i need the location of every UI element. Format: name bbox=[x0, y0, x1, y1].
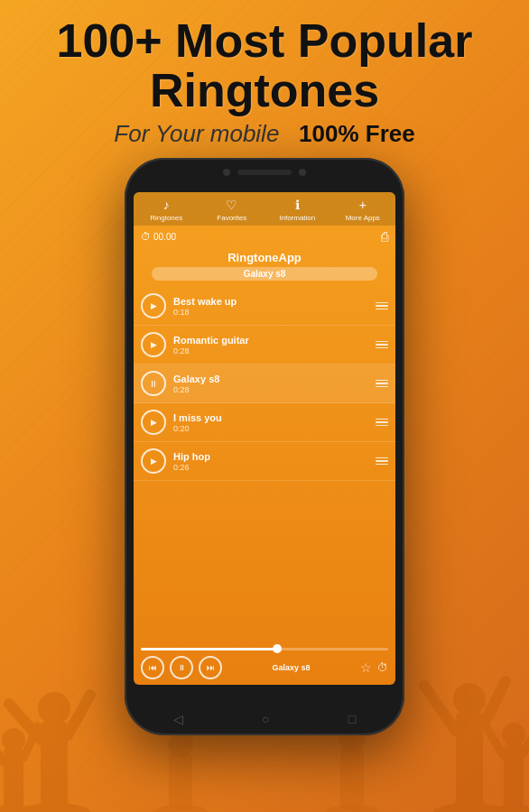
phone-frame: ♪ Ringtones ♡ Favorites ℹ Information + … bbox=[125, 158, 404, 735]
subline: For Your mobile 100% Free bbox=[0, 120, 529, 148]
status-bar: ⏱ 00.00 ⎙ bbox=[134, 226, 395, 247]
timer-display: ⏱ 00.00 bbox=[141, 231, 176, 242]
song-item-3[interactable]: ⏸ Galaxy s8 0:28 bbox=[134, 364, 395, 403]
timer-value: 00.00 bbox=[153, 232, 176, 242]
menu-line bbox=[376, 457, 388, 459]
app-title: RingtoneApp bbox=[134, 251, 395, 264]
song-name-3: Galaxy s8 bbox=[173, 374, 368, 384]
svg-rect-25 bbox=[169, 753, 192, 809]
svg-rect-28 bbox=[340, 749, 364, 809]
information-icon: ℹ bbox=[295, 198, 300, 212]
ringtones-icon: ♪ bbox=[163, 198, 170, 212]
menu-line bbox=[376, 341, 388, 343]
song-duration-5: 0:26 bbox=[173, 463, 368, 472]
pause-button-3[interactable]: ⏸ bbox=[141, 371, 166, 396]
song-duration-1: 0:18 bbox=[173, 308, 368, 317]
song-duration-3: 0:28 bbox=[173, 385, 368, 394]
song-info-1: Best wake up 0:18 bbox=[173, 296, 368, 317]
menu-icon-5[interactable] bbox=[376, 457, 388, 466]
timer-icon: ⏱ bbox=[141, 231, 151, 242]
song-name-4: I miss you bbox=[173, 412, 368, 423]
nav-label-information: Information bbox=[279, 214, 315, 222]
speaker-bar bbox=[237, 170, 292, 175]
play-button-2[interactable]: ▶ bbox=[141, 332, 166, 357]
song-info-5: Hip hop 0:26 bbox=[173, 451, 368, 472]
rewind-button[interactable]: ⏮ bbox=[141, 656, 164, 679]
nav-label-favorites: Favorites bbox=[217, 214, 246, 222]
sleep-timer-icon[interactable]: ⏱ bbox=[377, 661, 388, 674]
play-button-1[interactable]: ▶ bbox=[141, 293, 166, 318]
song-info-2: Romantic guitar 0:28 bbox=[173, 335, 368, 355]
menu-icon-2[interactable] bbox=[376, 341, 388, 349]
phone-bottom-nav: ◁ ○ □ bbox=[134, 712, 395, 726]
phone-container: ♪ Ringtones ♡ Favorites ℹ Information + … bbox=[125, 158, 404, 735]
menu-icon-3[interactable] bbox=[376, 380, 388, 388]
menu-line bbox=[376, 347, 388, 349]
nav-item-ringtones[interactable]: ♪ Ringtones bbox=[134, 198, 200, 222]
phone-notch bbox=[223, 169, 306, 176]
song-item-4[interactable]: ▶ I miss you 0:20 bbox=[134, 403, 395, 442]
song-item-1[interactable]: ▶ Best wake up 0:18 bbox=[134, 287, 395, 326]
headline-line2: Ringtones bbox=[150, 64, 379, 116]
play-button-5[interactable]: ▶ bbox=[141, 448, 166, 474]
song-name-5: Hip hop bbox=[173, 451, 368, 462]
menu-line bbox=[376, 419, 388, 420]
song-duration-2: 0:28 bbox=[173, 346, 368, 355]
song-name-1: Best wake up bbox=[173, 296, 368, 307]
nav-item-information[interactable]: ℹ Information bbox=[264, 198, 330, 222]
subline-free: 100% Free bbox=[299, 120, 415, 147]
nav-bar: ♪ Ringtones ♡ Favorites ℹ Information + … bbox=[134, 192, 395, 226]
menu-icon-1[interactable] bbox=[376, 302, 388, 310]
svg-point-9 bbox=[453, 683, 486, 715]
svg-point-2 bbox=[38, 692, 70, 724]
nav-label-more-apps: More Apps bbox=[346, 214, 380, 222]
app-subtitle: Galaxy s8 bbox=[152, 267, 377, 281]
menu-line bbox=[376, 380, 388, 382]
back-button[interactable]: ◁ bbox=[173, 712, 183, 726]
header-area: 100+ Most Popular Ringtones For Your mob… bbox=[0, 16, 529, 148]
headline: 100+ Most Popular Ringtones bbox=[0, 16, 529, 115]
menu-line bbox=[376, 305, 388, 307]
song-name-2: Romantic guitar bbox=[173, 335, 368, 346]
play-pause-button[interactable]: ⏸ bbox=[170, 656, 193, 679]
subline-text: For Your mobile bbox=[114, 120, 279, 147]
menu-line bbox=[376, 464, 388, 466]
song-item-5[interactable]: ▶ Hip hop 0:26 bbox=[134, 442, 395, 481]
nav-item-more-apps[interactable]: + More Apps bbox=[330, 198, 396, 222]
current-song-label: Galaxy s8 bbox=[227, 663, 355, 672]
menu-line bbox=[376, 383, 388, 384]
song-item-2[interactable]: ▶ Romantic guitar 0:28 bbox=[134, 326, 395, 364]
camera-dot bbox=[223, 169, 230, 176]
menu-line bbox=[376, 344, 388, 346]
menu-line bbox=[376, 421, 388, 423]
progress-track[interactable] bbox=[141, 648, 388, 651]
svg-point-16 bbox=[2, 728, 25, 752]
song-info-4: I miss you 0:20 bbox=[173, 412, 368, 433]
menu-icon-4[interactable] bbox=[376, 419, 388, 427]
menu-line bbox=[376, 425, 388, 427]
menu-line bbox=[376, 309, 388, 310]
play-button-4[interactable]: ▶ bbox=[141, 410, 166, 435]
headline-line1: 100+ Most Popular bbox=[57, 14, 473, 67]
favorite-star-icon[interactable]: ☆ bbox=[360, 660, 372, 675]
progress-thumb[interactable] bbox=[273, 644, 282, 653]
svg-line-4 bbox=[68, 695, 90, 735]
app-title-area: RingtoneApp Galaxy s8 bbox=[134, 247, 395, 287]
svg-point-26 bbox=[168, 732, 193, 757]
fast-forward-button[interactable]: ⏭ bbox=[199, 656, 222, 679]
song-list: ▶ Best wake up 0:18 ▶ Romantic g bbox=[134, 287, 395, 644]
menu-line bbox=[376, 386, 388, 388]
nav-item-favorites[interactable]: ♡ Favorites bbox=[200, 198, 265, 222]
home-button[interactable]: ○ bbox=[262, 712, 269, 726]
recents-button[interactable]: □ bbox=[348, 712, 356, 726]
progress-bar-container[interactable] bbox=[134, 644, 395, 652]
menu-line bbox=[376, 460, 388, 462]
player-controls: ⏮ ⏸ ⏭ Galaxy s8 ☆ ⏱ bbox=[134, 652, 395, 685]
share-icon[interactable]: ⎙ bbox=[381, 229, 388, 244]
svg-line-22 bbox=[483, 722, 504, 756]
song-duration-4: 0:20 bbox=[173, 424, 368, 433]
song-info-3: Galaxy s8 0:28 bbox=[173, 374, 368, 394]
menu-line bbox=[376, 302, 388, 304]
svg-line-11 bbox=[483, 681, 506, 726]
svg-line-10 bbox=[424, 686, 456, 731]
